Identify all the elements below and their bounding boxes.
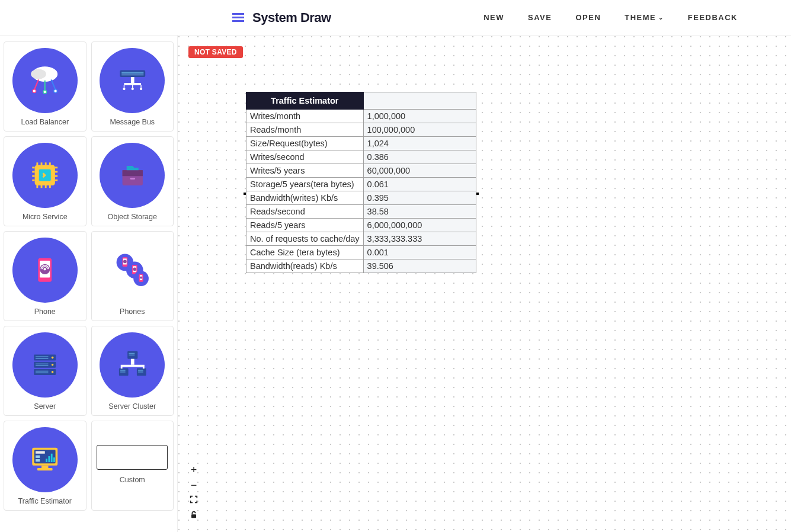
table-row[interactable]: Writes/month1,000,000 bbox=[246, 110, 476, 123]
svg-rect-66 bbox=[36, 371, 48, 371]
row-value: 38.58 bbox=[363, 205, 476, 219]
row-value: 100,000,000 bbox=[363, 123, 476, 137]
nav-open[interactable]: OPEN bbox=[575, 13, 601, 22]
svg-point-16 bbox=[123, 88, 125, 90]
svg-rect-2 bbox=[232, 20, 244, 22]
drawing-canvas[interactable]: NOT SAVED Traffic Estimator Writes/month… bbox=[178, 36, 791, 532]
table-header-blank bbox=[363, 92, 476, 110]
svg-rect-95 bbox=[191, 514, 196, 518]
row-label: No. of requests to cache/day bbox=[246, 232, 364, 246]
component-label: Message Bus bbox=[110, 118, 155, 126]
svg-rect-89 bbox=[46, 459, 47, 463]
table-row[interactable]: Reads/second38.58 bbox=[246, 205, 476, 219]
svg-point-18 bbox=[139, 88, 142, 90]
svg-rect-31 bbox=[49, 185, 51, 188]
svg-rect-92 bbox=[53, 457, 55, 462]
svg-point-50 bbox=[123, 260, 127, 264]
fit-view-button[interactable] bbox=[187, 493, 201, 508]
component-phones[interactable]: Phones bbox=[91, 231, 174, 321]
load-balancer-icon bbox=[12, 48, 78, 113]
component-sidebar: Load Balancer Message Bus bbox=[0, 36, 178, 532]
nav-theme[interactable]: THEME ⌄ bbox=[625, 13, 664, 22]
component-message-bus[interactable]: Message Bus bbox=[91, 41, 174, 132]
svg-rect-63 bbox=[36, 358, 48, 359]
row-label: Writes/month bbox=[246, 110, 364, 123]
component-server[interactable]: Server bbox=[4, 326, 87, 416]
table-title: Traffic Estimator bbox=[246, 92, 364, 110]
svg-rect-65 bbox=[36, 366, 48, 366]
table-row[interactable]: Size/Request(bytes)1,024 bbox=[246, 137, 476, 150]
nav-feedback[interactable]: FEEDBACK bbox=[688, 13, 738, 22]
svg-line-5 bbox=[34, 80, 39, 90]
svg-rect-33 bbox=[32, 171, 34, 173]
component-load-balancer[interactable]: Load Balancer bbox=[4, 41, 87, 132]
row-label: Size/Request(bytes) bbox=[246, 137, 364, 150]
component-micro-service[interactable]: Micro Service bbox=[4, 136, 87, 226]
object-storage-icon bbox=[100, 143, 165, 208]
svg-point-9 bbox=[43, 90, 47, 94]
svg-rect-14 bbox=[130, 77, 134, 83]
minus-icon: − bbox=[191, 479, 197, 492]
table-row[interactable]: Writes/5 years60,000,000 bbox=[246, 164, 476, 178]
svg-rect-64 bbox=[36, 364, 48, 364]
row-label: Storage/5 years(tera bytes) bbox=[246, 178, 364, 191]
nav-save[interactable]: SAVE bbox=[528, 13, 552, 22]
lock-button[interactable] bbox=[187, 509, 201, 523]
component-label: Phone bbox=[34, 307, 56, 316]
svg-point-8 bbox=[33, 89, 36, 93]
svg-rect-37 bbox=[55, 171, 57, 173]
micro-service-icon bbox=[12, 143, 78, 208]
svg-point-68 bbox=[52, 357, 54, 359]
svg-point-17 bbox=[131, 88, 133, 90]
svg-rect-78 bbox=[120, 367, 122, 369]
nav-theme-label: THEME bbox=[625, 13, 656, 22]
svg-rect-28 bbox=[36, 185, 38, 188]
component-traffic-estimator[interactable]: Traffic Estimator bbox=[4, 421, 87, 511]
svg-rect-27 bbox=[49, 163, 51, 165]
svg-rect-24 bbox=[36, 163, 38, 165]
table-row[interactable]: Reads/month100,000,000 bbox=[246, 123, 476, 137]
svg-point-58 bbox=[139, 277, 142, 279]
component-label: Custom bbox=[120, 476, 145, 484]
server-cluster-icon bbox=[100, 332, 165, 398]
svg-rect-80 bbox=[120, 370, 126, 371]
svg-rect-67 bbox=[36, 373, 48, 373]
table-row[interactable]: Writes/second0.386 bbox=[246, 150, 476, 164]
app-title: System Draw bbox=[252, 10, 331, 25]
table-row[interactable]: Storage/5 years(tera bytes)0.061 bbox=[246, 178, 476, 191]
row-label: Writes/second bbox=[246, 150, 364, 164]
table-row[interactable]: Bandwidth(reads) Kb/s39.506 bbox=[246, 259, 476, 273]
fullscreen-icon bbox=[189, 495, 198, 507]
component-object-storage[interactable]: Object Storage bbox=[91, 136, 174, 226]
nav-new[interactable]: NEW bbox=[483, 13, 504, 22]
row-label: Cache Size (tera bytes) bbox=[246, 246, 364, 259]
svg-rect-26 bbox=[45, 163, 47, 165]
row-label: Reads/5 years bbox=[246, 219, 364, 232]
component-server-cluster[interactable]: Server Cluster bbox=[91, 326, 174, 416]
zoom-out-button[interactable]: − bbox=[187, 478, 201, 492]
traffic-estimator-node[interactable]: Traffic Estimator Writes/month1,000,000R… bbox=[246, 92, 476, 273]
svg-line-7 bbox=[51, 80, 55, 90]
svg-rect-88 bbox=[36, 459, 40, 462]
plus-icon: + bbox=[191, 464, 197, 476]
svg-point-46 bbox=[44, 268, 46, 270]
component-custom[interactable]: Custom bbox=[91, 421, 174, 511]
svg-rect-42 bbox=[130, 178, 135, 180]
row-value: 39.506 bbox=[363, 259, 476, 273]
svg-rect-94 bbox=[37, 468, 53, 470]
logo-section: System Draw bbox=[231, 10, 331, 25]
row-value: 0.386 bbox=[363, 150, 476, 164]
component-phone[interactable]: Phone bbox=[4, 231, 87, 321]
server-icon bbox=[12, 332, 78, 398]
zoom-in-button[interactable]: + bbox=[187, 463, 201, 477]
table-row[interactable]: Cache Size (tera bytes)0.001 bbox=[246, 246, 476, 259]
table-row[interactable]: No. of requests to cache/day3,333,333.33… bbox=[246, 232, 476, 246]
table-row[interactable]: Reads/5 years6,000,000,000 bbox=[246, 219, 476, 232]
svg-point-54 bbox=[133, 268, 136, 271]
selection-handle-left[interactable] bbox=[244, 193, 246, 195]
selection-handle-right[interactable] bbox=[476, 193, 479, 195]
svg-rect-29 bbox=[41, 185, 43, 188]
svg-rect-0 bbox=[232, 13, 244, 15]
component-label: Server bbox=[34, 402, 56, 411]
table-row[interactable]: Bandwidth(writes) Kb/s0.395 bbox=[246, 191, 476, 205]
